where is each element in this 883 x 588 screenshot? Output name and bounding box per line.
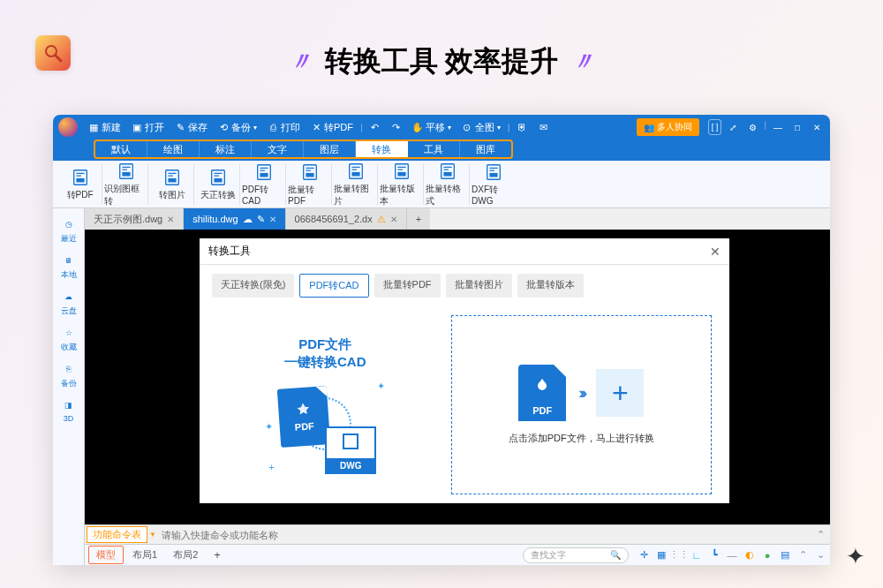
tool-pdf-to-cad[interactable]: PDF转CAD bbox=[242, 164, 286, 205]
grid-icon[interactable]: ▦ bbox=[655, 549, 668, 562]
ribbon-tab-0[interactable]: 默认 bbox=[95, 141, 147, 157]
document-icon bbox=[484, 162, 503, 182]
chevron-down-icon[interactable]: ⌄ bbox=[814, 549, 826, 562]
command-input[interactable] bbox=[156, 530, 811, 540]
tool-dxf-to-dwg[interactable]: DXF转DWG bbox=[472, 164, 516, 205]
sidebar-local[interactable]: 🖥本地 bbox=[55, 250, 83, 284]
sidebar-cloud[interactable]: ☁云盘 bbox=[55, 286, 83, 320]
backup-button[interactable]: ⟲备份▾ bbox=[215, 121, 260, 134]
collab-button[interactable]: 👥多人协同 bbox=[637, 118, 699, 136]
file-tab-1[interactable]: shilitu.dwg ☁ ✎ ✕ bbox=[184, 208, 285, 230]
angle-icon[interactable]: ∟ bbox=[691, 549, 703, 562]
snap-icon[interactable]: ✛ bbox=[638, 549, 650, 562]
edit-icon: ✎ bbox=[257, 214, 265, 225]
drop-zone[interactable]: PDF ››› + 点击添加PDF文件，马上进行转换 bbox=[451, 315, 712, 494]
drop-hint: 点击添加PDF文件，马上进行转换 bbox=[509, 432, 654, 445]
minimize-button[interactable]: — bbox=[770, 119, 786, 135]
to-pdf-button[interactable]: ✕转PDF bbox=[307, 121, 357, 134]
undo-icon: ↶ bbox=[370, 122, 381, 132]
conversion-dialog: 转换工具 ✕ 天正转换(限免)PDF转CAD批量转PDF批量转图片批量转版本 P… bbox=[200, 238, 729, 503]
layers-icon[interactable]: ▤ bbox=[779, 549, 791, 562]
close-tab-icon[interactable]: ✕ bbox=[167, 215, 174, 224]
command-label[interactable]: 功能命令表 bbox=[87, 526, 147, 543]
add-file-button[interactable]: + bbox=[596, 369, 644, 417]
add-layout-button[interactable]: + bbox=[207, 547, 228, 563]
new-button[interactable]: ▦新建 bbox=[85, 121, 125, 134]
search-input[interactable]: 查找文字 🔍 bbox=[523, 547, 629, 563]
svg-rect-4 bbox=[119, 163, 132, 178]
ribbon-tab-6[interactable]: 工具 bbox=[408, 141, 460, 157]
close-tab-icon[interactable]: ✕ bbox=[269, 215, 276, 224]
svg-rect-12 bbox=[303, 165, 316, 180]
pan-button[interactable]: ✋平移▾ bbox=[409, 121, 455, 134]
expand-button[interactable]: ⤢ bbox=[725, 119, 741, 135]
dialog-tab-3[interactable]: 批量转图片 bbox=[446, 274, 512, 298]
save-button[interactable]: ✎保存 bbox=[171, 121, 211, 134]
sidebar-three-d[interactable]: ◨3D bbox=[55, 395, 83, 426]
tab-layout2[interactable]: 布局2 bbox=[166, 547, 205, 563]
fullscreen-button[interactable]: ⊙全图▾ bbox=[458, 121, 504, 134]
ribbon-tabs: 默认绘图标注文字图层转换工具图库 bbox=[53, 139, 830, 161]
status-bar: 模型 布局1 布局2 + 查找文字 🔍 ✛ ▦ ⋮⋮ ∟ ┗ — ◐ ● bbox=[85, 544, 830, 565]
svg-rect-15 bbox=[351, 171, 359, 176]
ribbon-tab-5[interactable]: 转换 bbox=[356, 141, 408, 157]
svg-rect-14 bbox=[349, 163, 362, 178]
file-tab-2[interactable]: 0668456691_2.dx ⚠ ✕ bbox=[286, 208, 407, 230]
quote-left-icon: 〃 bbox=[288, 45, 313, 79]
file-tab-0[interactable]: 天正示例图.dwg ✕ bbox=[85, 208, 184, 230]
tool-batch-image[interactable]: 批量转图片 bbox=[334, 164, 378, 205]
settings-button[interactable]: ⚙ bbox=[744, 119, 760, 135]
chevron-down-icon[interactable]: ▼ bbox=[149, 531, 156, 539]
tool-batch-pdf[interactable]: 批量转PDF bbox=[288, 164, 332, 205]
open-button[interactable]: ▣打开 bbox=[128, 121, 168, 134]
dialog-tab-0[interactable]: 天正转换(限免) bbox=[212, 274, 294, 298]
ribbon-tab-3[interactable]: 文字 bbox=[252, 141, 304, 157]
ribbon-tab-4[interactable]: 图层 bbox=[304, 141, 356, 157]
tab-model[interactable]: 模型 bbox=[88, 546, 124, 564]
close-button[interactable]: ✕ bbox=[809, 119, 825, 135]
tool-tianzheng[interactable]: 天正转换 bbox=[196, 164, 240, 205]
sparkle-icon: ✦ bbox=[846, 543, 865, 570]
people-icon: 👥 bbox=[644, 123, 654, 132]
drawing-canvas[interactable]: 转换工具 ✕ 天正转换(限免)PDF转CAD批量转PDF批量转图片批量转版本 P… bbox=[85, 230, 830, 524]
tool-batch-version[interactable]: 批量转版本 bbox=[380, 164, 424, 205]
globe-icon[interactable]: ● bbox=[761, 549, 774, 562]
dotgrid-icon[interactable]: ⋮⋮ bbox=[673, 549, 685, 562]
svg-rect-11 bbox=[260, 173, 268, 177]
command-expand-button[interactable]: ⌃ bbox=[811, 529, 830, 540]
ribbon-tab-7[interactable]: 图库 bbox=[460, 141, 511, 157]
tool-recognize-frame[interactable]: 识别图框转 bbox=[104, 164, 148, 205]
window-mode-button[interactable]: [ ] bbox=[708, 119, 722, 135]
chevron-up-icon[interactable]: ⌃ bbox=[796, 549, 809, 562]
tool-batch-format[interactable]: 批量转格式 bbox=[426, 164, 470, 205]
close-tab-icon[interactable]: ✕ bbox=[390, 215, 397, 224]
recent-icon: ◷ bbox=[62, 217, 76, 231]
chat-button[interactable]: ✉ bbox=[535, 122, 553, 132]
polar-icon[interactable]: ◐ bbox=[743, 549, 756, 562]
ortho-icon[interactable]: ┗ bbox=[708, 549, 721, 562]
sidebar-recent[interactable]: ◷最近 bbox=[55, 214, 83, 248]
dialog-close-button[interactable]: ✕ bbox=[710, 245, 721, 259]
svg-rect-6 bbox=[165, 170, 178, 185]
print-button[interactable]: ⎙打印 bbox=[264, 121, 304, 134]
document-icon bbox=[300, 162, 320, 182]
sidebar-backup[interactable]: ⎘备份 bbox=[55, 358, 83, 393]
tool-to-pdf[interactable]: 转PDF bbox=[58, 164, 102, 205]
sidebar-favorite[interactable]: ☆收藏 bbox=[55, 322, 83, 357]
tool-to-image[interactable]: 转图片 bbox=[150, 164, 194, 205]
svg-rect-19 bbox=[443, 171, 451, 176]
undo-button[interactable]: ↶ bbox=[366, 122, 384, 132]
tab-layout1[interactable]: 布局1 bbox=[125, 547, 164, 563]
user-avatar[interactable] bbox=[58, 117, 78, 137]
shield-button[interactable]: ⛨ bbox=[514, 122, 532, 132]
ribbon-tab-2[interactable]: 标注 bbox=[200, 141, 252, 157]
document-icon bbox=[392, 162, 411, 181]
line-icon[interactable]: — bbox=[726, 549, 738, 562]
dialog-tab-1[interactable]: PDF转CAD bbox=[299, 274, 368, 298]
maximize-button[interactable]: □ bbox=[789, 119, 805, 135]
dialog-tab-4[interactable]: 批量转版本 bbox=[517, 274, 584, 298]
ribbon-tab-1[interactable]: 绘图 bbox=[147, 141, 200, 157]
dialog-tab-2[interactable]: 批量转PDF bbox=[374, 274, 441, 298]
new-file-tab[interactable]: + bbox=[407, 208, 430, 230]
redo-button[interactable]: ↷ bbox=[388, 122, 405, 132]
